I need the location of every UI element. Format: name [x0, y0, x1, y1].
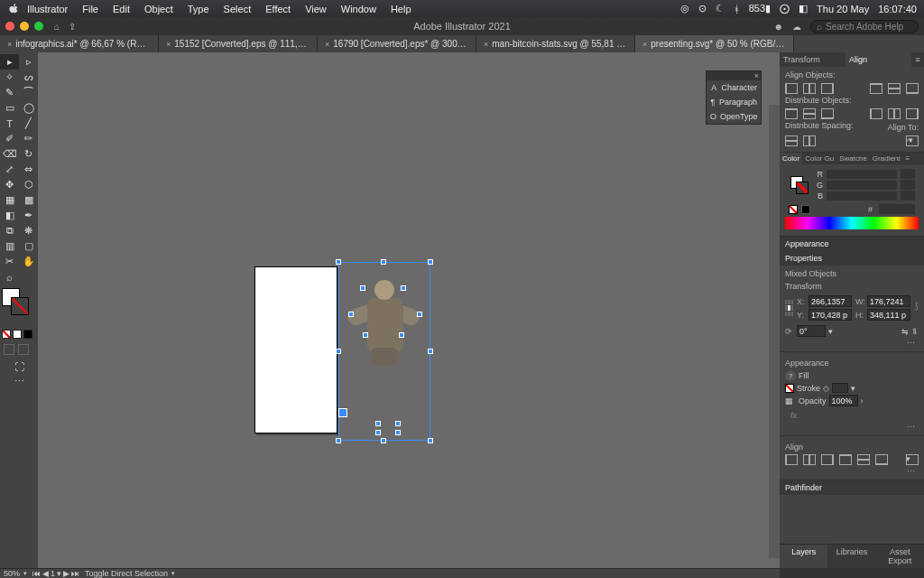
stroke-swatch[interactable]: [785, 384, 794, 393]
w-input[interactable]: [867, 295, 910, 307]
status-icon[interactable]: ⊙: [698, 3, 707, 14]
dist-left[interactable]: [870, 108, 882, 119]
dist-top[interactable]: [785, 108, 798, 119]
status-icon[interactable]: ☾: [716, 3, 725, 14]
angle-dropdown-icon[interactable]: ▾: [828, 327, 833, 336]
blend-tool[interactable]: ⧉: [0, 223, 19, 238]
status-icon[interactable]: ◧: [799, 3, 808, 14]
tab-swatches[interactable]: Swatche: [836, 153, 870, 164]
menu-view[interactable]: View: [298, 4, 334, 14]
lasso-tool[interactable]: ᔕ: [19, 70, 38, 85]
close-icon[interactable]: ×: [484, 40, 488, 49]
more-options-icon[interactable]: ⋯: [785, 423, 919, 432]
bluetooth-icon[interactable]: ᚼ: [734, 4, 740, 14]
artboard-tool[interactable]: ▢: [19, 238, 38, 254]
more-options-icon[interactable]: ⋯: [785, 339, 919, 348]
mesh-tool[interactable]: ▩: [19, 192, 38, 208]
anchor-point[interactable]: [417, 312, 422, 317]
close-icon[interactable]: ×: [642, 40, 647, 49]
hex-value[interactable]: [879, 204, 915, 214]
type-panel-item[interactable]: OOpenType: [707, 109, 761, 124]
color-gradient[interactable]: [23, 330, 32, 339]
pencil-tool[interactable]: ✏: [19, 131, 38, 146]
b-slider[interactable]: [827, 191, 897, 200]
type-panel-item[interactable]: ¶Paragraph: [707, 95, 761, 109]
battery-icon[interactable]: 853▮: [749, 3, 771, 14]
zoom-tool[interactable]: ⌕: [0, 269, 19, 284]
close-icon[interactable]: ×: [325, 40, 329, 49]
last-icon[interactable]: ⏭: [71, 569, 79, 578]
anchor-point[interactable]: [428, 349, 433, 354]
chevron-down-icon[interactable]: ▾: [851, 384, 855, 393]
shape-builder-tool[interactable]: ⬡: [19, 177, 38, 192]
doc-tab[interactable]: ×man-bitcoin-stats.svg @ 55,81 % (RGB/Pr…: [476, 35, 635, 52]
apple-icon[interactable]: [7, 4, 20, 14]
cloud-icon[interactable]: ☁: [792, 22, 801, 32]
width-tool[interactable]: ⇔: [19, 162, 38, 177]
tab-asset-export[interactable]: Asset Export: [876, 545, 924, 568]
angle-input[interactable]: [797, 325, 826, 337]
menu-object[interactable]: Object: [137, 4, 180, 14]
canvas[interactable]: × ACharacter ¶Paragraph OOpenType: [38, 52, 780, 568]
type-panel-item[interactable]: ACharacter: [707, 80, 761, 95]
flip-h-icon[interactable]: ⇋: [901, 327, 909, 336]
menu-select[interactable]: Select: [217, 4, 259, 14]
link-wh-icon[interactable]: ⟆: [914, 302, 919, 314]
draw-behind[interactable]: [18, 344, 29, 355]
none-swatch[interactable]: [789, 205, 798, 214]
panel-menu-icon[interactable]: ≡: [903, 153, 912, 164]
fx-label[interactable]: fx.: [785, 408, 919, 423]
reference-point[interactable]: [785, 300, 793, 316]
align-vcenter[interactable]: [857, 454, 870, 465]
magic-wand-tool[interactable]: ✧: [0, 70, 19, 85]
hand-tool[interactable]: ✋: [19, 254, 38, 269]
line-tool[interactable]: ╱: [19, 116, 38, 131]
align-vcenter[interactable]: [888, 83, 901, 94]
dist-right[interactable]: [906, 108, 919, 119]
align-to-menu[interactable]: ▾: [906, 454, 919, 465]
align-right[interactable]: [821, 454, 834, 465]
menubar-time[interactable]: 16:07:40: [878, 4, 917, 14]
tab-libraries[interactable]: Libraries: [827, 545, 875, 568]
pen-tool[interactable]: ✎: [0, 85, 19, 100]
dist-bottom[interactable]: [821, 108, 834, 119]
y-input[interactable]: [808, 309, 852, 321]
g-slider[interactable]: [827, 181, 897, 190]
free-transform-tool[interactable]: ✥: [0, 177, 19, 192]
tab-appearance[interactable]: Appearance: [780, 237, 924, 251]
type-floating-panel[interactable]: × ACharacter ¶Paragraph OOpenType: [706, 70, 762, 125]
artboard-nav[interactable]: ⏮◀1▾▶⏭: [32, 569, 79, 578]
perspective-tool[interactable]: ▦: [0, 192, 19, 208]
type-tool[interactable]: T: [0, 116, 19, 131]
share-icon[interactable]: ⇪: [69, 22, 76, 32]
fill-stroke-swatch[interactable]: [2, 288, 36, 324]
fill-stroke-swatch[interactable]: [790, 176, 808, 194]
align-left[interactable]: [785, 454, 798, 465]
gradient-tool[interactable]: ◧: [0, 208, 19, 223]
rectangle-tool[interactable]: ▭: [0, 100, 19, 116]
doc-tab[interactable]: ×infographics.ai* @ 66,67 % (RGB/Previ..…: [0, 35, 159, 52]
menu-file[interactable]: File: [75, 4, 106, 14]
screen-mode[interactable]: ⛶: [0, 359, 38, 374]
doc-tab-active[interactable]: ×presenting.svg* @ 50 % (RGB/Preview): [635, 35, 794, 52]
scale-tool[interactable]: ⤢: [0, 162, 19, 177]
menu-window[interactable]: Window: [334, 4, 383, 14]
close-icon[interactable]: ×: [754, 71, 759, 80]
color-spectrum[interactable]: [785, 217, 919, 229]
anchor-point[interactable]: [363, 332, 368, 338]
minimize-window[interactable]: [20, 22, 29, 31]
menu-illustrator[interactable]: Illustrator: [20, 4, 75, 14]
draw-normal[interactable]: [4, 344, 14, 355]
r-value[interactable]: [901, 169, 915, 179]
eyedropper-tool[interactable]: ✒: [19, 208, 38, 223]
tab-transform[interactable]: Transform: [780, 52, 845, 67]
eraser-tool[interactable]: ⌫: [0, 146, 19, 162]
align-left[interactable]: [785, 83, 798, 94]
zoom-window[interactable]: [34, 22, 43, 31]
window-controls[interactable]: [5, 22, 43, 31]
next-icon[interactable]: ▶: [63, 569, 69, 578]
color-none[interactable]: [2, 330, 11, 339]
color-fill[interactable]: [13, 330, 22, 339]
align-top[interactable]: [839, 454, 852, 465]
align-bottom[interactable]: [906, 83, 919, 94]
